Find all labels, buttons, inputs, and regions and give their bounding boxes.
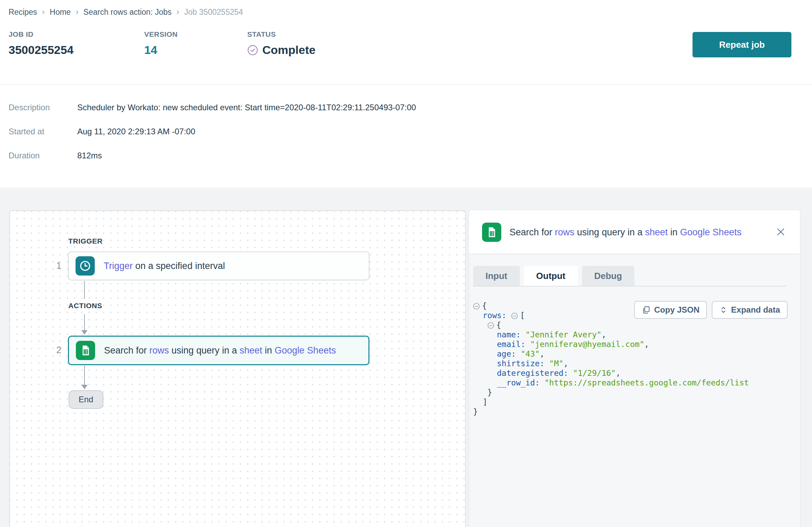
copy-json-button[interactable]: Copy JSON — [634, 301, 707, 319]
google-sheets-icon — [482, 223, 501, 242]
copy-icon — [642, 305, 651, 314]
chevron-right-icon: › — [76, 7, 79, 16]
action-step-card[interactable]: Search for rows using query in a sheet i… — [68, 336, 369, 365]
version-value: 14 — [144, 43, 211, 57]
panel-header: Search for rows using query in a sheet i… — [469, 210, 800, 254]
step-output-panel: Search for rows using query in a sheet i… — [469, 210, 800, 527]
inline-link[interactable]: rows — [555, 227, 574, 237]
json-line: { — [473, 320, 788, 330]
collapse-toggle-icon[interactable] — [488, 322, 494, 329]
trigger-section-label: TRIGGER — [68, 237, 103, 245]
panel-title: Search for rows using query in a sheet i… — [510, 227, 741, 238]
job-id-label: JOB ID — [9, 30, 108, 38]
job-id-block: JOB ID 3500255254 — [9, 30, 108, 57]
json-line: } — [473, 388, 788, 397]
detail-value: 812ms — [77, 151, 102, 160]
detail-label: Started at — [9, 127, 77, 136]
chevron-right-icon: › — [42, 7, 45, 16]
inline-link[interactable]: rows — [149, 345, 169, 356]
collapse-toggle-icon[interactable] — [511, 313, 518, 319]
step-number: 1 — [48, 260, 61, 271]
job-header-section: Recipes › Home › Search rows action: Job… — [0, 0, 812, 85]
trigger-step-card[interactable]: Trigger on a specified interval — [68, 251, 369, 280]
json-line: shirtsize: "M", — [473, 359, 788, 368]
job-meta-row: JOB ID 3500255254 VERSION 14 STATUS Comp… — [9, 30, 803, 57]
arrow-down-icon — [81, 385, 88, 389]
job-details-page: Recipes › Home › Search rows action: Job… — [0, 0, 812, 527]
json-output-area: Copy JSON Expand data { rows: [ { name: … — [473, 301, 788, 416]
json-line: dateregistered: "1/29/16", — [473, 368, 788, 378]
status-value: Complete — [262, 43, 316, 57]
inline-link[interactable]: sheet — [645, 227, 668, 237]
expand-data-button[interactable]: Expand data — [712, 301, 788, 319]
clock-icon — [76, 256, 95, 276]
recipe-flow-canvas: TRIGGER 1 Trigger on a specified interva… — [9, 210, 466, 527]
arrow-down-icon — [81, 330, 88, 335]
breadcrumb-item-recipes[interactable]: Recipes — [9, 8, 37, 17]
version-block: VERSION 14 — [144, 30, 211, 57]
job-id-value: 3500255254 — [9, 43, 108, 57]
tab-output[interactable]: Output — [524, 266, 578, 286]
actions-section-label: ACTIONS — [68, 302, 102, 310]
trigger-step-text: Trigger on a specified interval — [104, 261, 225, 271]
status-label: STATUS — [247, 30, 316, 38]
flow-end-marker: End — [69, 390, 103, 409]
flow-connector — [84, 314, 85, 330]
action-step-text: Search for rows using query in a sheet i… — [104, 345, 336, 356]
step-number: 2 — [48, 345, 61, 356]
job-details-section: Description Scheduler by Workato: new sc… — [0, 86, 812, 188]
json-line: email: "jenniferav@hyemail.com", — [473, 339, 788, 349]
json-line: } — [473, 407, 788, 416]
json-line: name: "Jennifer Avery", — [473, 330, 788, 339]
breadcrumb-current-job: Job 3500255254 — [184, 8, 243, 17]
expand-vertical-icon — [719, 306, 728, 314]
workspace: TRIGGER 1 Trigger on a specified interva… — [0, 189, 812, 527]
status-block: STATUS Complete — [247, 30, 316, 57]
flow-connector — [84, 366, 85, 385]
detail-row-description: Description Scheduler by Workato: new sc… — [9, 103, 416, 112]
repeat-job-button[interactable]: Repeat job — [693, 32, 791, 57]
detail-row-duration: Duration 812ms — [9, 151, 102, 160]
check-circle-icon — [247, 45, 258, 56]
flow-connector — [84, 281, 85, 299]
inline-link[interactable]: Google Sheets — [680, 227, 742, 237]
panel-tabs: Input Output Debug — [473, 266, 788, 286]
detail-value: Aug 11, 2020 2:29:13 AM -07:00 — [77, 127, 195, 136]
detail-label: Description — [9, 103, 77, 112]
json-line: age: "43", — [473, 349, 788, 359]
tab-debug[interactable]: Debug — [582, 266, 634, 286]
tab-divider — [473, 286, 786, 287]
collapse-toggle-icon[interactable] — [473, 303, 480, 310]
panel-body: Input Output Debug Copy JSON — [469, 266, 800, 416]
breadcrumb: Recipes › Home › Search rows action: Job… — [9, 8, 243, 17]
inline-link[interactable]: Trigger — [104, 261, 133, 271]
detail-value: Scheduler by Workato: new scheduled even… — [77, 103, 416, 112]
breadcrumb-item-jobs[interactable]: Search rows action: Jobs — [83, 8, 172, 17]
inline-link[interactable]: sheet — [240, 345, 262, 356]
inline-link[interactable]: Google Sheets — [275, 345, 336, 356]
version-label: VERSION — [144, 30, 211, 38]
chevron-right-icon: › — [176, 7, 180, 16]
close-icon[interactable] — [774, 225, 788, 239]
breadcrumb-item-home[interactable]: Home — [50, 8, 71, 17]
detail-label: Duration — [9, 151, 77, 160]
tab-input[interactable]: Input — [473, 266, 520, 286]
json-line: ] — [473, 397, 788, 407]
detail-row-started-at: Started at Aug 11, 2020 2:29:13 AM -07:0… — [9, 127, 195, 136]
google-sheets-icon — [76, 341, 95, 360]
json-line: __row_id: "https://spreadsheets.google.c… — [473, 378, 788, 388]
